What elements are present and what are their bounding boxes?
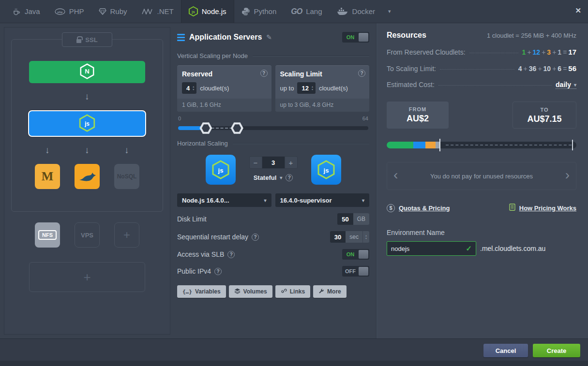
nodejs-appserver-node[interactable]: js: [28, 110, 146, 137]
ipv4-label: Public IPv4: [177, 267, 211, 275]
nginx-balancer-node[interactable]: N: [29, 61, 145, 83]
tab-label: Python: [254, 7, 277, 15]
help-icon[interactable]: ?: [214, 268, 222, 275]
disk-limit-label: Disk Limit: [177, 215, 207, 223]
nodejs-instance-tile[interactable]: js: [206, 155, 236, 185]
billing-period-dropdown[interactable]: daily ▾: [556, 81, 576, 89]
nosql-tile[interactable]: NoSQL: [114, 164, 139, 189]
appserver-cloudlets: 12: [533, 48, 541, 56]
help-icon[interactable]: ?: [252, 234, 259, 241]
appserver-enabled-toggle[interactable]: ON: [342, 32, 369, 43]
slider-track[interactable]: [178, 126, 368, 130]
cancel-button[interactable]: Cancel: [483, 344, 528, 357]
tab-java[interactable]: Java: [5, 0, 47, 23]
nodejs-version-dropdown[interactable]: Node.js 16.4.0... ▾: [177, 193, 271, 207]
disk-limit-input[interactable]: 50 GB: [337, 213, 369, 225]
ruby-icon: [99, 8, 106, 15]
restart-delay-input[interactable]: 30 sec ▴▾: [330, 231, 369, 243]
tab-dotnet[interactable]: .NET: [135, 0, 181, 23]
price-to-box[interactable]: TO AU$7.15: [513, 102, 576, 129]
vertical-scaling-boxes: ? Reserved 4 ▴▾ cloudlet(s) 1 GiB, 1.6 G…: [177, 65, 369, 112]
price-from-box[interactable]: FROM AU$2: [387, 102, 449, 129]
balancer-cloudlets: 1: [522, 48, 526, 56]
ipv4-toggle[interactable]: OFF: [342, 266, 369, 277]
slb-toggle[interactable]: ON: [342, 249, 369, 260]
php-icon: php: [55, 8, 65, 15]
help-icon[interactable]: ?: [227, 251, 235, 258]
add-node-tile[interactable]: +: [114, 222, 139, 248]
scaling-mode-dropdown[interactable]: Stateful ▾ ?: [254, 174, 293, 181]
resources-panel: Resources 1 cloudlet = 256 MiB + 400 MHz…: [377, 23, 588, 338]
document-icon: [509, 204, 515, 212]
panel-title: Application Servers: [189, 33, 262, 42]
nodejs-instance-tile[interactable]: js: [311, 155, 341, 185]
flow-arrow-icon: ↓: [75, 137, 100, 164]
increase-nodes-button[interactable]: +: [285, 156, 298, 169]
horizontal-scaling-section-title: Horizontal Scaling: [177, 140, 369, 147]
scaling-limit-title: Scaling Limit: [280, 70, 365, 78]
node-count-value[interactable]: 3: [262, 156, 285, 169]
limit-slider-handle[interactable]: [231, 122, 243, 134]
environment-name-input[interactable]: nodejs ✓: [387, 241, 476, 256]
more-button[interactable]: More: [313, 285, 347, 298]
reserved-total: 17: [568, 48, 576, 56]
application-servers-header: Application Servers ✎ ON: [177, 32, 369, 43]
tab-ruby[interactable]: Ruby: [91, 0, 135, 23]
help-icon[interactable]: ?: [358, 70, 365, 77]
vps-tile[interactable]: VPS: [75, 222, 100, 248]
reserved-cloudlets-box: ? Reserved 4 ▴▾ cloudlet(s) 1 GiB, 1.6 G…: [177, 65, 271, 112]
variables-button[interactable]: {…} Variables: [177, 285, 226, 298]
help-icon[interactable]: ?: [286, 174, 293, 181]
chevron-left-icon[interactable]: ‹: [393, 167, 398, 183]
tab-label: .NET: [157, 7, 174, 15]
restart-delay-label: Sequential restart delay: [177, 233, 248, 241]
reserved-cloudlets-stepper[interactable]: 4 ▴▾: [182, 82, 196, 94]
toggle-knob: [359, 250, 368, 259]
chevron-down-icon: ▾: [362, 198, 364, 203]
tab-docker[interactable]: Docker: [330, 0, 383, 23]
help-icon[interactable]: ?: [260, 70, 268, 77]
svg-text:js: js: [323, 167, 329, 174]
nfs-label: NFS: [38, 230, 57, 240]
quotas-pricing-link[interactable]: $ Quotas & Pricing: [387, 204, 450, 212]
environment-domain-suffix: .mel.cloudlets.com.au: [480, 245, 545, 252]
tab-golang[interactable]: GO Lang: [284, 0, 329, 23]
nodejs-hex-icon: js: [79, 114, 95, 133]
spinner-arrows-icon[interactable]: ▴▾: [193, 85, 194, 91]
edit-pencil-icon[interactable]: ✎: [266, 33, 272, 41]
nfs-storage-tile[interactable]: NFS: [35, 222, 60, 248]
toggle-knob: [359, 33, 368, 42]
layers-icon: [234, 288, 241, 295]
slb-label: Access via SLB: [177, 250, 224, 258]
how-pricing-works-link[interactable]: How Pricing Works: [509, 204, 576, 212]
valid-check-icon: ✓: [466, 244, 472, 253]
tabs-overflow-caret-icon[interactable]: ▾: [382, 0, 397, 23]
ssl-toggle-button[interactable]: SSL: [62, 32, 112, 47]
database-row: M NoSQL: [35, 164, 139, 189]
mariadb-tile[interactable]: M: [35, 164, 60, 189]
nodejs-hex-icon: js: [212, 160, 229, 179]
cloudlet-formula: 1 cloudlet = 256 MiB + 400 MHz: [487, 32, 576, 39]
reserved-slider-handle[interactable]: [199, 122, 212, 134]
tab-php[interactable]: php PHP: [47, 0, 91, 23]
scaling-limit-stepper[interactable]: 12 ▴▾: [297, 82, 315, 94]
svg-text:js: js: [191, 10, 195, 14]
create-button[interactable]: Create: [533, 344, 580, 357]
list-handle-icon[interactable]: [177, 34, 185, 41]
chevron-right-icon[interactable]: ›: [565, 167, 570, 183]
volumes-button[interactable]: Volumes: [229, 285, 272, 298]
mysql-tile[interactable]: [75, 164, 100, 189]
flow-arrow-icon: ↓: [85, 83, 90, 110]
tab-nodejs[interactable]: js Node.js: [181, 0, 234, 23]
spinner-arrows-icon[interactable]: ▴▾: [362, 231, 369, 243]
close-icon[interactable]: ✕: [575, 6, 581, 15]
links-button[interactable]: Links: [275, 285, 310, 298]
spinner-arrows-icon[interactable]: ▴▾: [312, 85, 313, 91]
add-layer-block[interactable]: +: [29, 262, 145, 292]
nodejs-hex-icon: js: [317, 160, 335, 179]
decrease-nodes-button[interactable]: −: [249, 156, 262, 169]
tab-python[interactable]: Python: [234, 0, 284, 23]
engine-version-dropdown[interactable]: 16.4.0-supervisor ▾: [275, 193, 370, 207]
node-config-buttons: {…} Variables Volumes Links More: [177, 285, 369, 298]
restart-delay-row: Sequential restart delay ? 30 sec ▴▾: [177, 231, 369, 243]
